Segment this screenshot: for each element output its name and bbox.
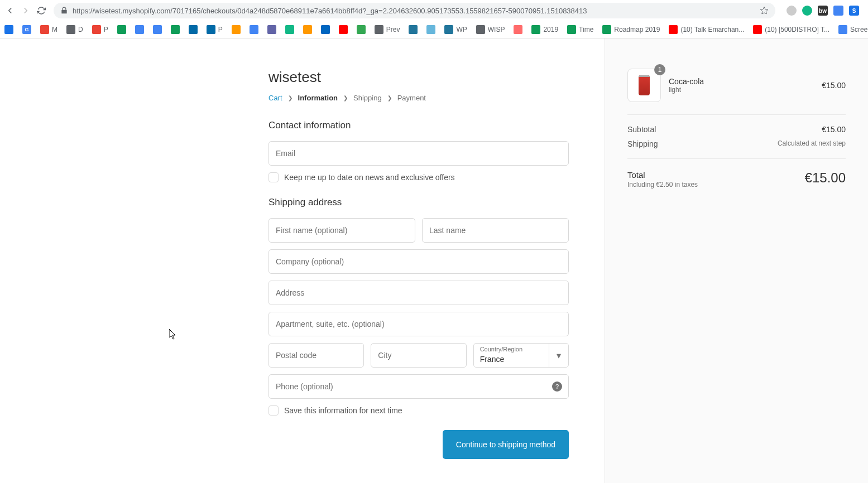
breadcrumb: Cart ❯ Information ❯ Shipping ❯ Payment [268, 94, 569, 102]
contact-section-title: Contact information [268, 120, 569, 131]
continue-button[interactable]: Continue to shipping method [443, 430, 569, 459]
product-price: €15.00 [822, 81, 846, 90]
save-info-label: Save this information for next time [284, 406, 402, 415]
shipping-section-title: Shipping address [268, 197, 569, 208]
bookmark-item[interactable] [232, 25, 241, 34]
first-name-field[interactable] [268, 218, 415, 243]
bookmark-item[interactable]: Screely - Ge [838, 25, 868, 34]
product-thumbnail: 1 [627, 69, 661, 102]
extension-icon[interactable]: S [849, 6, 859, 16]
help-icon[interactable]: ? [552, 381, 562, 392]
email-field[interactable] [268, 141, 569, 166]
bookmark-item[interactable] [514, 25, 522, 34]
bookmark-item[interactable] [250, 25, 258, 34]
bookmark-item[interactable]: WP [444, 25, 467, 34]
url-text: https://wisetest.myshopify.com/7017165/c… [73, 7, 755, 15]
postal-code-field[interactable] [268, 343, 364, 368]
breadcrumb-payment: Payment [397, 94, 426, 102]
bookmark-item[interactable]: 2019 [531, 25, 558, 34]
address2-field[interactable] [268, 312, 569, 336]
bookmark-item[interactable]: Prev [375, 25, 400, 34]
reload-button[interactable] [36, 5, 47, 16]
chevron-right-icon: ❯ [288, 95, 292, 101]
product-variant: light [669, 86, 814, 94]
bookmark-item[interactable]: (10) Talk Emarchan... [669, 25, 744, 34]
bookmark-item[interactable]: P [92, 25, 108, 34]
bookmark-item[interactable] [153, 25, 162, 34]
caret-down-icon: ▾ [549, 343, 569, 368]
tax-note: Including €2.50 in taxes [627, 181, 698, 189]
bookmark-item[interactable]: M [40, 25, 57, 34]
bookmark-item[interactable] [117, 25, 126, 34]
chevron-right-icon: ❯ [387, 95, 392, 101]
bookmark-item[interactable] [426, 25, 435, 34]
quantity-badge: 1 [654, 64, 665, 75]
bookmark-item[interactable] [135, 25, 144, 34]
product-image [639, 75, 650, 95]
bookmark-item[interactable]: Time [567, 25, 593, 34]
extension-icon[interactable] [833, 6, 843, 16]
lock-icon [60, 7, 68, 15]
bookmark-item[interactable]: P [207, 25, 223, 34]
bookmark-item[interactable] [409, 25, 418, 34]
company-field[interactable] [268, 249, 569, 274]
bookmark-item[interactable]: D [66, 25, 83, 34]
bookmark-item[interactable] [321, 25, 330, 34]
product-name: Coca-cola [669, 77, 814, 86]
forward-button[interactable] [20, 5, 31, 16]
bookmark-item[interactable] [285, 25, 294, 34]
last-name-field[interactable] [422, 218, 569, 243]
subtotal-label: Subtotal [627, 125, 656, 134]
phone-field[interactable] [268, 374, 569, 399]
country-value: France [480, 355, 505, 364]
back-button[interactable] [4, 5, 16, 16]
bookmark-item[interactable] [339, 25, 348, 34]
bookmark-bar: GMDPPPrevWPWISP2019TimeRoadmap 2019(10) … [0, 21, 868, 38]
total-value: €15.00 [805, 170, 846, 186]
country-label: Country/Region [480, 346, 522, 352]
bookmark-item[interactable]: WISP [476, 25, 505, 34]
city-field[interactable] [371, 343, 466, 368]
product-row: 1 Coca-cola light €15.00 [627, 69, 846, 115]
bookmark-item[interactable] [267, 25, 276, 34]
extension-icon[interactable] [802, 6, 812, 16]
url-bar[interactable]: https://wisetest.myshopify.com/7017165/c… [54, 3, 775, 18]
save-info-checkbox[interactable] [268, 405, 279, 416]
shipping-value: Calculated at next step [778, 139, 846, 148]
subtotal-value: €15.00 [822, 125, 846, 134]
address-field[interactable] [268, 281, 569, 305]
shipping-label: Shipping [627, 139, 658, 148]
bookmark-item[interactable] [171, 25, 180, 34]
chevron-right-icon: ❯ [343, 95, 348, 101]
bookmark-star-icon[interactable] [760, 6, 769, 15]
bookmark-item[interactable]: Roadmap 2019 [602, 25, 660, 34]
breadcrumb-shipping: Shipping [353, 94, 382, 102]
extension-icon[interactable]: bw [818, 6, 828, 16]
newsletter-label: Keep me up to date on news and exclusive… [284, 173, 455, 182]
bookmark-item[interactable] [4, 25, 13, 34]
bookmark-item[interactable] [357, 25, 366, 34]
country-select[interactable]: Country/Region France ▾ [473, 343, 569, 368]
bookmark-item[interactable] [189, 25, 198, 34]
bookmark-item[interactable]: (10) [500DISTRO] T... [753, 25, 829, 34]
breadcrumb-cart[interactable]: Cart [268, 94, 282, 102]
breadcrumb-information: Information [298, 94, 338, 102]
store-title: wisetest [268, 69, 569, 86]
newsletter-checkbox[interactable] [268, 172, 279, 182]
bookmark-item[interactable] [303, 25, 312, 34]
extension-icon[interactable] [787, 6, 797, 16]
total-label: Total [627, 170, 698, 180]
bookmark-item[interactable]: G [22, 25, 31, 34]
